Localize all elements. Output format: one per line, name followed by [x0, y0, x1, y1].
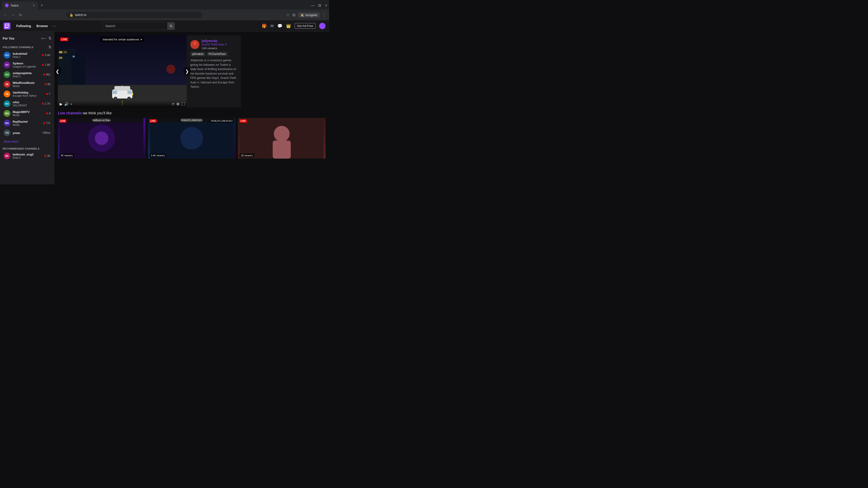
active-tab[interactable]: Twitch ×	[2, 2, 38, 9]
channel-card-1[interactable]: RIVALRY.LINK/KUKU LIVE 3.4K viewers RIVA…	[148, 118, 236, 159]
stream-video[interactable]: LIVE Intended for certain audiences ▾ ▶ …	[58, 35, 187, 107]
channel-avatar: YO	[4, 129, 10, 136]
tab-title: Twitch	[10, 4, 31, 7]
gifts-icon[interactable]: 🎁	[262, 24, 267, 29]
svg-rect-6	[59, 51, 62, 53]
streamer-details: jollymcdo Grand Theft Auto V 149 viewers	[202, 39, 237, 50]
channel-card-2[interactable]: LIVE 28 viewers	[238, 118, 326, 159]
channel-game: VALORANT	[13, 104, 40, 107]
live-channels-section: Live channels we think you'll like	[54, 111, 329, 162]
fullscreen-button[interactable]: ⛶	[181, 102, 185, 106]
mute-button[interactable]: ×	[70, 103, 72, 106]
show-more-button[interactable]: Show More	[1, 138, 53, 144]
svg-point-2	[170, 25, 172, 27]
sidebar-item-kukudota2[interactable]: KU kukudota2 Dota 2 3.4K	[1, 51, 53, 60]
content-area: ❮	[54, 32, 329, 184]
channel-name: yowe	[13, 131, 40, 135]
channel-viewers: 771	[43, 122, 51, 125]
channel-info: kukudota2 Dota 2	[13, 52, 40, 59]
whispers-icon[interactable]: ✉	[270, 24, 274, 29]
followed-sort-btn[interactable]: ⇅	[49, 45, 51, 49]
channel-avatar: SO	[4, 71, 10, 78]
channel-name: nAts	[13, 101, 40, 104]
more-nav-button[interactable]: ⋯	[51, 23, 57, 29]
channel-name: kukudota2	[13, 52, 40, 55]
following-nav-button[interactable]: Following	[14, 23, 33, 29]
restore-button[interactable]: ⧉	[318, 3, 321, 8]
channel-thumb-1: RIVALRY.LINK/KUKU LIVE 3.4K viewers RIVA…	[148, 118, 236, 159]
extensions-icon[interactable]: ⧉	[292, 13, 296, 18]
refresh-button[interactable]: ↻	[18, 12, 23, 18]
svg-text:RIVALRY.LINK/KUKU: RIVALRY.LINK/KUKU	[181, 119, 203, 122]
channel-viewers: 7	[46, 92, 51, 96]
channel-game: League of Legends	[13, 65, 40, 68]
channel-card-0[interactable]: BetBoom vs Team LIVE 3K viewers	[58, 118, 145, 159]
browse-nav-button[interactable]: Browse	[34, 23, 50, 29]
prime-icon[interactable]: 👑	[286, 24, 291, 29]
sidebar-item-solapsapdota[interactable]: SO solapsapdota Dota 2 961	[1, 70, 53, 79]
incognito-label: Incognito	[305, 13, 317, 17]
stream-tag-0[interactable]: jalimakdu	[190, 52, 206, 56]
channel-name: MikaRoseMusic	[13, 81, 42, 85]
twitch-logo[interactable]	[4, 23, 10, 29]
sidebar-item-nats[interactable]: NA nAts VALORANT 2.7K	[1, 99, 53, 108]
tab-close-btn[interactable]: ×	[33, 4, 35, 7]
volume-button[interactable]: 🔊	[64, 102, 69, 106]
sidebar-item-vanholiday[interactable]: VA VanHoliday Escape from Tarkov 7	[1, 89, 53, 99]
recommended-channels-label: RECOMMENDED CHANNELS	[0, 145, 54, 151]
minimize-button[interactable]: —	[311, 3, 315, 8]
svg-line-3	[171, 26, 172, 27]
play-pause-button[interactable]: ▶	[60, 102, 62, 106]
sidebar-item-mikarosemusic[interactable]: MI MikaRoseMusic Music 98	[1, 79, 53, 89]
live-indicator	[42, 54, 44, 56]
sidebar-back-icon[interactable]: ⟵	[41, 36, 46, 40]
twitch-header: Following Browse ⋯ 🎁 ✉ 💬 👑 Get Ad-Free	[0, 20, 329, 32]
sidebar-item-betboom[interactable]: BE betboom_eng2 Dota 2 3K	[1, 151, 53, 161]
sidebar-sort-icon[interactable]: ⇅	[49, 36, 51, 40]
channel-info: Sydeon League of Legends	[13, 62, 40, 68]
channel-name: solapsapdota	[13, 71, 41, 75]
incognito-button[interactable]: 🕵 Incognito	[298, 12, 320, 18]
back-button[interactable]: ←	[3, 12, 8, 18]
timer-icon[interactable]: ⏱	[172, 103, 175, 106]
channel-viewers: 4	[46, 112, 51, 115]
bookmark-icon[interactable]: ☆	[286, 12, 290, 18]
card-viewers-0: 3K viewers	[59, 154, 74, 157]
inbox-icon[interactable]: 💬	[277, 24, 282, 29]
url-bar[interactable]: 🔒 twitch.tv	[66, 12, 202, 18]
streamer-name[interactable]: jollymcdo	[202, 39, 237, 43]
sidebar-item-sydeon[interactable]: SY Sydeon League of Legends 1.8K	[1, 60, 53, 70]
thumb-visual-0: BetBoom vs Team	[58, 118, 145, 159]
close-button[interactable]: ×	[325, 3, 327, 8]
sidebar: For You ⟵ ⇅ FOLLOWED CHANNELS ⇅ KU kukud…	[0, 32, 54, 184]
thumb-image-1: RIVALRY.LINK/KUKU	[148, 118, 236, 159]
streamer-avatar[interactable]	[190, 40, 199, 49]
viewer-count: 149 viewers	[202, 46, 237, 50]
new-tab-button[interactable]: +	[39, 2, 45, 9]
stream-nav-right[interactable]: ❯	[183, 67, 191, 76]
channel-viewers: 961	[43, 73, 51, 76]
browser-menu-icon[interactable]: ⋮	[322, 12, 327, 18]
svg-rect-7	[64, 51, 67, 53]
sidebar-item-yowe[interactable]: YO yowe Offline	[1, 128, 53, 138]
settings-button[interactable]: ⚙	[176, 102, 180, 106]
svg-point-31	[180, 127, 203, 150]
stream-player: ❮	[58, 35, 187, 107]
audience-badge[interactable]: Intended for certain audiences ▾	[100, 37, 145, 42]
channel-info: Magic899TV Music	[13, 110, 44, 117]
search-input[interactable]	[105, 24, 165, 28]
channel-avatar: MA	[4, 110, 10, 117]
streamer-game[interactable]: Grand Theft Auto V	[202, 43, 237, 46]
channel-thumb-2: LIVE 28 viewers	[238, 118, 326, 159]
channel-game: Dota 2	[13, 55, 40, 59]
forward-button[interactable]: →	[10, 12, 16, 18]
sidebar-item-magic899tv[interactable]: MA Magic899TV Music 4	[1, 109, 53, 118]
search-button[interactable]	[167, 22, 175, 30]
stream-tag-1[interactable]: PCGamePass	[207, 52, 228, 56]
tab-favicon	[5, 4, 8, 7]
get-ad-free-button[interactable]: Get Ad-Free	[294, 23, 315, 29]
user-avatar[interactable]	[319, 23, 326, 29]
channel-avatar: KU	[4, 52, 10, 59]
sidebar-item-rayrachel[interactable]: RA RayRachel Music 771	[1, 119, 53, 128]
channel-info: MikaRoseMusic Music	[13, 81, 42, 88]
